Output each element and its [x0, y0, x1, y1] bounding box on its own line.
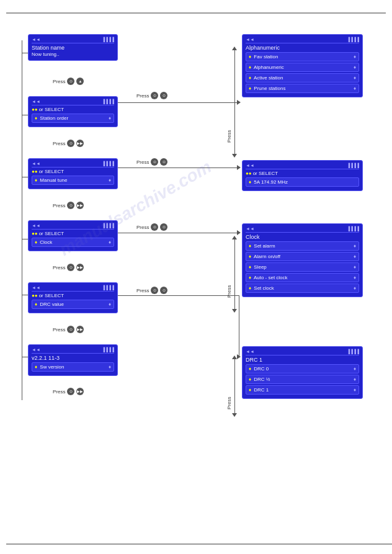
- alarm-onoff-item: ♦ Alarm on/off ♦: [246, 252, 359, 261]
- btn-ok-r3a[interactable]: ⊙: [151, 223, 158, 231]
- h-arrow-to-right4: [118, 295, 239, 296]
- station-name-title: Station name: [32, 45, 114, 51]
- box-drc-value: ◄◄ ▐▐▐▐ ●● or SELECT ♦ DRC value ♦: [28, 282, 118, 313]
- btn-ok-1[interactable]: ⊙: [67, 78, 74, 85]
- btn-ok-r1b[interactable]: ⊙: [160, 92, 167, 99]
- arrow-up-right4: [232, 355, 237, 359]
- set-clock-label: Set clock: [260, 305, 280, 311]
- btn-fwd-3[interactable]: ▶▶: [76, 202, 84, 209]
- drc-menu-title: DRC 1: [246, 357, 359, 363]
- press-label-4: Press ⊙ ▶▶: [53, 264, 84, 271]
- box-station-order: ◄◄ ▐▐▐▐ ●● or SELECT ♦ Station order ♦: [28, 96, 118, 127]
- arrow-down-right4: [232, 413, 237, 417]
- arrow-down-right1: [232, 154, 237, 158]
- press-label-2: Press ⊙ ▶▶: [53, 140, 84, 147]
- top-border: [6, 12, 386, 14]
- btn-fwd-6[interactable]: ▶▶: [76, 388, 84, 395]
- station-order-item: ♦ Station order ♦: [32, 114, 114, 123]
- drc-value-item: ♦ DRC value ♦: [32, 300, 114, 309]
- h-line-box1: [22, 53, 28, 53]
- fav-station-item: ♦ Fav station ♦: [246, 52, 359, 61]
- arrow-up-right1: [232, 47, 237, 50]
- sleep-item: ♦ Sleep ♦: [246, 262, 359, 272]
- prune-stations-item: ♦ Prune stations ♦: [246, 84, 359, 93]
- arrow-right4: [237, 354, 241, 359]
- box-manual-tune: ◄◄ ▐▐▐▐ ●● or SELECT ♦ Manual tune ♦: [28, 158, 118, 189]
- btn-fwd-2[interactable]: ▶▶: [76, 140, 84, 147]
- btn-ok-6[interactable]: ⊙: [67, 388, 74, 395]
- v-line-right1: [234, 50, 235, 155]
- set-clock-item: ♦ Set clock ♦: [246, 284, 359, 293]
- press-vertical-4: Press: [226, 369, 232, 409]
- h-line-box6: [22, 357, 28, 357]
- box-drc-menu: ◄◄ ▐▐▐▐ DRC 1 ♦ DRC 0 ♦ ♦ DRC ½ ♦ ♦ DRC …: [242, 346, 363, 399]
- box-clock: ◄◄ ▐▐▐▐ ●● or SELECT ♦ Clock ♦: [28, 220, 118, 251]
- set-alarm-item: ♦ Set alarm ♦: [246, 241, 359, 251]
- btn-fwd-5[interactable]: ▶▶: [76, 326, 84, 333]
- h-arrow-to-right2: [118, 168, 239, 168]
- page: manualsarchive.com ◄◄ ▐▐▐▐ Station name …: [0, 0, 392, 554]
- arrow-down-right3: [232, 309, 237, 313]
- press-label-3: Press ⊙ ▶▶: [53, 202, 84, 209]
- signal-left-icon: ◄◄: [32, 37, 40, 42]
- arrow-right2: [237, 165, 241, 170]
- left-spine-line: [22, 40, 22, 400]
- v-line-right4: [234, 359, 235, 414]
- box-clock-menu: ◄◄ ▐▐▐▐ Clock ♦ Set alarm ♦ ♦ Alarm on/o…: [242, 223, 363, 297]
- signal-right-icon: ▐▐▐▐: [102, 37, 114, 42]
- btn-ok-2[interactable]: ⊙: [67, 140, 74, 147]
- btn-ok-r1a[interactable]: ⊙: [151, 92, 158, 99]
- sw-version-item: ♦ Sw version ♦: [32, 362, 114, 372]
- press-vertical-1: Press: [226, 62, 232, 143]
- auto-set-clock-item: ♦ Auto - set clock ♦: [246, 273, 359, 282]
- h-arrow-to-right3: [118, 233, 239, 233]
- btn-ok-r3b[interactable]: ⊙: [160, 223, 167, 231]
- active-station-item: ♦ Active station ♦: [246, 73, 359, 83]
- press-arrow-label-3: Press ⊙ ⊙: [136, 223, 167, 231]
- station-now-tuning: Now tuning..: [32, 51, 114, 57]
- btn-ok-r4b[interactable]: ⊙: [160, 287, 167, 294]
- v-line-right3: [234, 239, 235, 310]
- press-arrow-label-1: Press ⊙ ⊙: [136, 92, 167, 99]
- press-label-6: Press ⊙ ▶▶: [53, 388, 84, 395]
- arrow-right1: [237, 100, 241, 105]
- alphanumeric-title: Alphanumeric: [246, 45, 359, 51]
- arrow-up-right3: [232, 236, 237, 239]
- clock-item: ♦ Clock ♦: [32, 238, 114, 247]
- h-arrow-to-right1: [118, 102, 239, 103]
- btn-ok-4[interactable]: ⊙: [67, 264, 74, 271]
- freq-item: ♦ 5A 174.92 MHz: [246, 177, 359, 187]
- h-line-box3: [22, 177, 28, 177]
- h-line-box4: [22, 239, 28, 239]
- bottom-border: [6, 543, 392, 545]
- btn-ok-3[interactable]: ⊙: [67, 202, 74, 209]
- arrow-right3: [237, 230, 241, 235]
- drc-half-item: ♦ DRC ½ ♦: [246, 375, 359, 384]
- sw-version-text: v2.2.1 11-3: [32, 355, 114, 361]
- btn-ok-r2a[interactable]: ⊙: [151, 158, 158, 166]
- btn-fwd-4[interactable]: ▶▶: [76, 264, 84, 271]
- clock-menu-title: Clock: [246, 234, 359, 240]
- press-label-1: Press ⊙ ▲: [53, 78, 84, 85]
- box-station-name: ◄◄ ▐▐▐▐ Station name Now tuning..: [28, 34, 118, 61]
- h-line-box5: [22, 295, 28, 295]
- box-manual-tune-result: ◄◄ ▐▐▐▐ ●● or SELECT ♦ 5A 174.92 MHz: [242, 160, 363, 191]
- v-connector-drc: [239, 295, 239, 357]
- btn-up-1[interactable]: ▲: [76, 78, 84, 85]
- btn-ok-5[interactable]: ⊙: [67, 326, 74, 333]
- h-line-box2: [22, 115, 28, 115]
- manual-tune-item: ♦ Manual tune ♦: [32, 176, 114, 185]
- drc1-item: ♦ DRC 1 ♦: [246, 385, 359, 395]
- box-alphanumeric-menu: ◄◄ ▐▐▐▐ Alphanumeric ♦ Fav station ♦ ♦ A…: [242, 34, 363, 97]
- btn-ok-r2b[interactable]: ⊙: [160, 158, 167, 166]
- press-arrow-label-4: Press ⊙ ⊙: [136, 287, 167, 294]
- box-sw-version: ◄◄ ▐▐▐▐ v2.2.1 11-3 ♦ Sw version ♦: [28, 344, 118, 376]
- press-label-5: Press ⊙ ▶▶: [53, 326, 84, 333]
- press-vertical-3: Press: [226, 248, 232, 298]
- alphanumeric-item: ♦ Alphanumeric ♦: [246, 63, 359, 72]
- btn-ok-r4a[interactable]: ⊙: [151, 287, 158, 294]
- press-arrow-label-2: Press ⊙ ⊙: [136, 158, 167, 166]
- drc0-item: ♦ DRC 0 ♦: [246, 364, 359, 373]
